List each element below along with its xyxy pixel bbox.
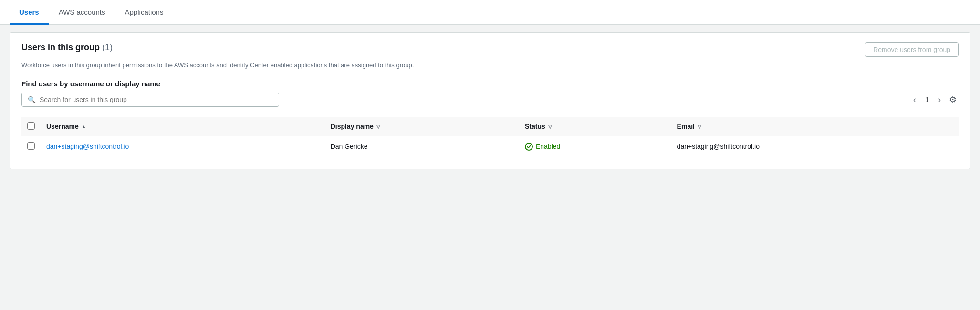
next-page-button[interactable]: › [934,93,945,107]
row-checkbox[interactable] [27,142,35,150]
status-text: Enabled [536,143,560,150]
search-input[interactable] [40,96,273,103]
enabled-check-icon [525,143,533,151]
sort-desc-icon-display: ▽ [376,124,380,129]
current-page: 1 [922,96,932,103]
row-display-name: Dan Gericke [321,136,515,157]
col-header-username[interactable]: Username ▲ [41,117,321,136]
card-description: Workforce users in this group inherit pe… [21,61,959,70]
search-input-wrap[interactable]: 🔍 [21,93,279,107]
row-email: dan+staging@shiftcontrol.io [667,136,959,157]
card-title: Users in this group (1) [21,42,113,52]
col-header-display-name[interactable]: Display name ▽ [321,117,515,136]
table-row: dan+staging@shiftcontrol.io Dan Gericke … [21,136,959,157]
content-area: Users in this group (1) Remove users fro… [0,25,980,177]
card-header: Users in this group (1) Remove users fro… [21,42,959,57]
tab-applications[interactable]: Applications [115,0,173,25]
col-header-email[interactable]: Email ▽ [667,117,959,136]
sort-desc-icon-email: ▽ [698,124,701,129]
sort-asc-icon: ▲ [82,124,86,129]
search-section-label: Find users by username or display name [21,80,959,88]
gear-icon: ⚙ [949,94,957,105]
chevron-left-icon: ‹ [913,95,916,105]
username-link[interactable]: dan+staging@shiftcontrol.io [46,143,129,150]
users-table: Username ▲ Display name ▽ Status ▽ [21,117,959,157]
tabs-bar: Users AWS accounts Applications [0,0,980,25]
prev-page-button[interactable]: ‹ [909,93,920,107]
search-icon: 🔍 [28,96,36,103]
table-settings-button[interactable]: ⚙ [947,93,959,107]
row-checkbox-cell [21,136,41,157]
row-username: dan+staging@shiftcontrol.io [41,136,321,157]
col-header-status[interactable]: Status ▽ [515,117,667,136]
tab-users[interactable]: Users [10,0,49,25]
sort-desc-icon-status: ▽ [548,124,552,129]
remove-users-button[interactable]: Remove users from group [865,42,959,57]
table-header-row: Username ▲ Display name ▽ Status ▽ [21,117,959,136]
search-row: 🔍 ‹ 1 › ⚙ [21,93,959,107]
chevron-right-icon: › [938,95,941,105]
pagination-controls: ‹ 1 › ⚙ [909,93,959,107]
row-status: Enabled [515,136,667,157]
card-title-wrap: Users in this group (1) [21,42,113,52]
user-count: (1) [102,42,113,52]
select-all-col [21,117,41,136]
select-all-checkbox[interactable] [27,122,35,130]
tab-aws-accounts[interactable]: AWS accounts [49,0,115,25]
users-card: Users in this group (1) Remove users fro… [10,32,970,169]
